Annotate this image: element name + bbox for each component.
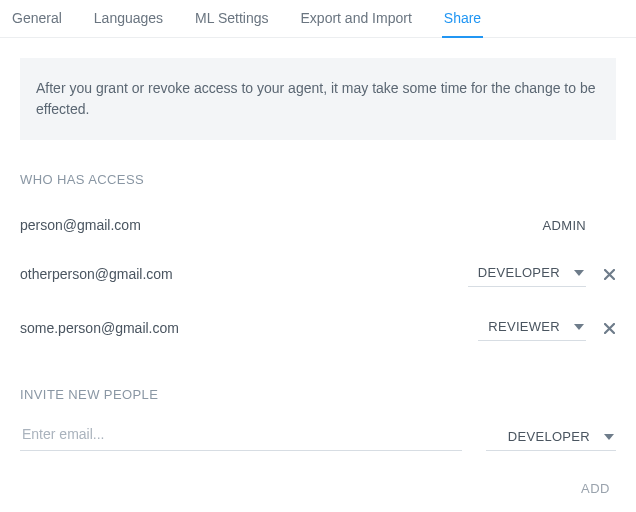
access-role-value: DEVELOPER <box>478 265 560 280</box>
remove-access-button[interactable] <box>604 269 616 280</box>
caret-down-icon <box>604 434 614 440</box>
access-email: otherperson@gmail.com <box>20 266 468 282</box>
invite-email-input[interactable] <box>20 418 462 451</box>
tab-share[interactable]: Share <box>442 10 483 38</box>
caret-down-icon <box>574 324 584 330</box>
access-row: some.person@gmail.com REVIEWER <box>20 301 616 355</box>
access-email: some.person@gmail.com <box>20 320 478 336</box>
access-row: otherperson@gmail.com DEVELOPER <box>20 247 616 301</box>
invite-role-value: DEVELOPER <box>508 429 590 444</box>
access-role-label: ADMIN <box>526 218 586 233</box>
share-panel: After you grant or revoke access to your… <box>0 38 636 512</box>
tab-languages[interactable]: Languages <box>92 10 165 38</box>
tab-export-import[interactable]: Export and Import <box>299 10 414 38</box>
access-role-select[interactable]: REVIEWER <box>478 315 586 341</box>
notice-banner: After you grant or revoke access to your… <box>20 58 616 140</box>
tabs-bar: General Languages ML Settings Export and… <box>0 0 636 38</box>
tab-general[interactable]: General <box>10 10 64 38</box>
access-email: person@gmail.com <box>20 217 526 233</box>
access-role-select[interactable]: DEVELOPER <box>468 261 586 287</box>
access-heading: WHO HAS ACCESS <box>20 172 616 187</box>
invite-row: DEVELOPER <box>20 418 616 451</box>
remove-access-button[interactable] <box>604 323 616 334</box>
access-role-value: REVIEWER <box>488 319 560 334</box>
invite-role-select[interactable]: DEVELOPER <box>486 425 616 451</box>
tab-ml-settings[interactable]: ML Settings <box>193 10 270 38</box>
invite-heading: INVITE NEW PEOPLE <box>20 387 616 402</box>
caret-down-icon <box>574 270 584 276</box>
access-row: person@gmail.com ADMIN <box>20 203 616 247</box>
add-button[interactable]: ADD <box>575 475 616 502</box>
